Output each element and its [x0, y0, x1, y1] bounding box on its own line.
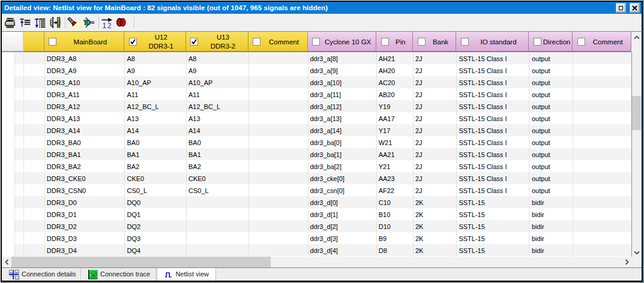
svg-text:1: 1	[102, 22, 106, 30]
svg-text:2: 2	[107, 22, 112, 30]
